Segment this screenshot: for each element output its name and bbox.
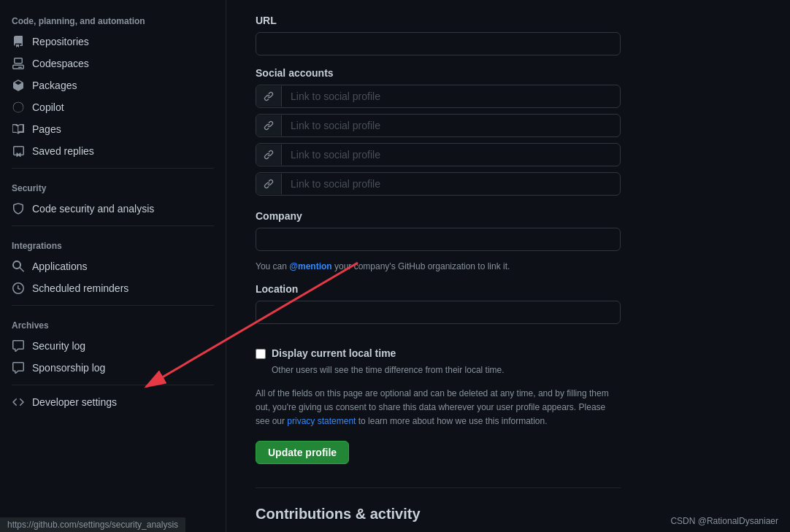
shield-icon <box>12 202 25 215</box>
sidebar-section-integrations: Integrations <box>0 232 226 255</box>
sidebar-item-label: Applications <box>32 261 88 272</box>
sidebar-item-label: Pages <box>32 123 61 135</box>
social-input-row-4 <box>256 172 621 196</box>
sidebar-item-code-security[interactable]: Code security and analysis <box>0 198 226 220</box>
social-input-row-1 <box>256 85 621 108</box>
sidebar-item-developer-settings[interactable]: Developer settings <box>0 391 226 413</box>
link-icon-3 <box>256 144 282 165</box>
log-icon <box>12 339 25 352</box>
link-icon-4 <box>256 174 282 194</box>
mention-keyword: @mention <box>289 261 331 271</box>
sidebar-item-label: Saved replies <box>32 145 94 157</box>
contributions-title: Contributions & activity <box>256 487 621 523</box>
sidebar-item-codespaces[interactable]: Codespaces <box>0 53 226 74</box>
display-time-label: Display current local time <box>272 347 396 359</box>
divider-archives <box>12 305 214 306</box>
sidebar-item-sponsorship-log[interactable]: Sponsorship log <box>0 357 226 379</box>
link-icon-2 <box>256 115 282 136</box>
social-accounts-section: Social accounts <box>256 67 621 196</box>
apps-icon <box>12 260 25 273</box>
sidebar-item-security-log[interactable]: Security log <box>0 335 226 357</box>
location-label: Location <box>256 283 621 295</box>
sidebar-item-label: Packages <box>32 80 77 91</box>
spon-icon <box>12 361 25 374</box>
display-time-row: Display current local time <box>256 347 621 359</box>
url-input[interactable] <box>256 32 621 55</box>
codespaces-icon <box>12 57 25 70</box>
company-input[interactable] <box>256 228 621 251</box>
sidebar: Code, planning, and automation Repositor… <box>0 0 226 532</box>
display-time-checkbox[interactable] <box>256 349 266 359</box>
sidebar-section-archives: Archives <box>0 312 226 335</box>
sidebar-item-copilot[interactable]: Copilot <box>0 96 226 118</box>
company-label: Company <box>256 210 621 222</box>
main-content: URL Social accounts <box>226 0 790 532</box>
sidebar-item-label: Repositories <box>32 36 89 47</box>
sidebar-item-label: Codespaces <box>32 58 89 69</box>
update-profile-button[interactable]: Update profile <box>256 441 349 464</box>
display-time-desc: Other users will see the time difference… <box>272 365 621 375</box>
company-hint: You can @mention your company's GitHub o… <box>256 261 621 271</box>
sidebar-item-label: Copilot <box>32 101 64 113</box>
sidebar-item-label: Sponsorship log <box>32 362 105 374</box>
social-accounts-label: Social accounts <box>256 67 621 79</box>
sidebar-item-scheduled-reminders[interactable]: Scheduled reminders <box>0 277 226 299</box>
package-icon <box>12 79 25 92</box>
copilot-icon <box>12 101 25 114</box>
url-label: URL <box>256 15 621 26</box>
location-input[interactable] <box>256 301 621 324</box>
sidebar-item-pages[interactable]: Pages <box>0 118 226 140</box>
divider-developer <box>12 385 214 385</box>
social-input-4[interactable] <box>282 173 620 195</box>
clock-icon <box>12 282 25 295</box>
social-input-row-2 <box>256 114 621 137</box>
pages-icon <box>12 123 25 136</box>
company-section: Company You can @mention your company's … <box>256 210 621 271</box>
sidebar-item-label: Developer settings <box>32 396 117 408</box>
sidebar-item-applications[interactable]: Applications <box>0 255 226 277</box>
sidebar-section-security: Security <box>0 174 226 198</box>
divider-security <box>12 168 214 169</box>
dev-icon <box>12 396 25 409</box>
status-bar: https://github.com/settings/security_ana… <box>0 517 185 532</box>
location-section: Location <box>256 283 621 336</box>
divider-integrations <box>12 225 214 226</box>
privacy-note: All of the fields on this page are optio… <box>256 387 621 429</box>
sidebar-item-repositories[interactable]: Repositories <box>0 31 226 53</box>
social-input-3[interactable] <box>282 144 620 166</box>
social-input-2[interactable] <box>282 115 620 136</box>
social-input-1[interactable] <box>282 85 620 107</box>
social-input-row-3 <box>256 143 621 166</box>
watermark: CSDN @RationalDysaniaer <box>670 516 778 526</box>
repo-icon <box>12 35 25 48</box>
sidebar-section-code: Code, planning, and automation <box>0 7 226 31</box>
sidebar-item-label: Scheduled reminders <box>32 282 129 294</box>
sidebar-item-label: Security log <box>32 340 85 352</box>
saved-icon <box>12 144 25 158</box>
link-icon-1 <box>256 86 282 107</box>
sidebar-item-label: Code security and analysis <box>32 203 154 215</box>
profile-form: URL Social accounts <box>256 15 621 532</box>
sidebar-item-packages[interactable]: Packages <box>0 74 226 96</box>
sidebar-item-saved-replies[interactable]: Saved replies <box>0 140 226 162</box>
privacy-statement-link[interactable]: privacy statement <box>287 416 356 426</box>
